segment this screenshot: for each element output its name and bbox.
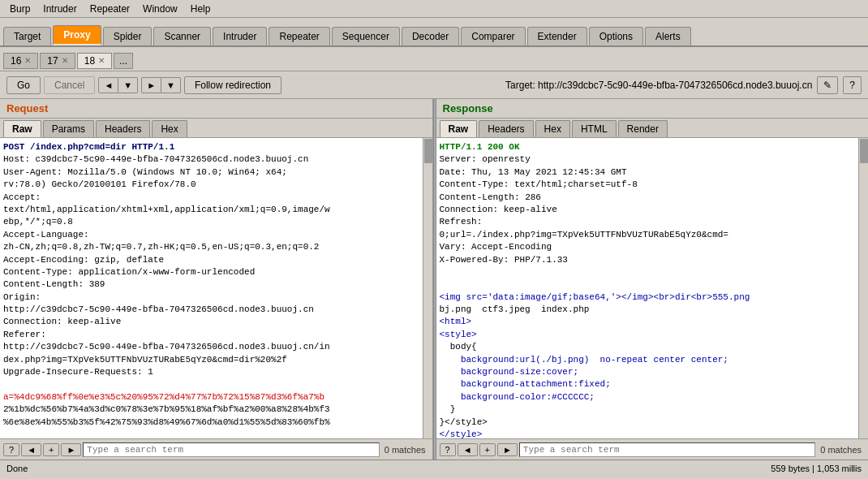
cancel-button[interactable]: Cancel	[44, 76, 95, 94]
tab-spider[interactable]: Spider	[103, 27, 153, 45]
response-tab-raw[interactable]: Raw	[440, 120, 478, 137]
response-tab-render[interactable]: Render	[618, 120, 668, 137]
tab-target[interactable]: Target	[3, 27, 51, 45]
tab-comparer[interactable]: Comparer	[461, 27, 525, 45]
help-button[interactable]: ?	[843, 76, 862, 94]
menu-burp[interactable]: Burp	[3, 2, 37, 16]
response-tabs: Raw Headers Hex HTML Render	[436, 119, 869, 138]
tab-decoder[interactable]: Decoder	[402, 27, 459, 45]
request-search-next[interactable]: ►	[61, 443, 81, 456]
response-search-prev[interactable]: ◄	[458, 443, 478, 456]
request-match-count: 0 matches	[381, 445, 429, 455]
response-content: HTTP/1.1 200 OK Server: openresty Date: …	[436, 138, 869, 438]
tab-alerts[interactable]: Alerts	[645, 27, 691, 45]
request-tab-headers[interactable]: Headers	[96, 120, 150, 137]
response-search-bar: ? ◄ + ► 0 matches	[436, 438, 869, 460]
target-url: Target: http://c39dcbc7-5c90-449e-bfba-7…	[505, 80, 812, 91]
sub-tab-17-close[interactable]: ✕	[62, 56, 68, 65]
request-scrollbar[interactable]	[423, 138, 432, 438]
request-panel: Request Raw Params Headers Hex POST /ind…	[0, 99, 433, 460]
response-text[interactable]: HTTP/1.1 200 OK Server: openresty Date: …	[436, 138, 869, 438]
request-tab-params[interactable]: Params	[43, 120, 94, 137]
response-panel: Response Raw Headers Hex HTML Render HTT…	[436, 99, 869, 460]
tab-sequencer[interactable]: Sequencer	[332, 27, 400, 45]
go-button[interactable]: Go	[6, 76, 41, 94]
content-area: Request Raw Params Headers Hex POST /ind…	[0, 99, 868, 460]
toolbar: Go Cancel ◄ ▼ ► ▼ Follow redirection Tar…	[0, 71, 868, 99]
response-tab-html[interactable]: HTML	[572, 120, 617, 137]
request-text[interactable]: POST /index.php?cmd=dir HTTP/1.1 Host: c…	[0, 138, 432, 438]
request-scroll-thumb	[424, 139, 432, 163]
sub-tab-16-close[interactable]: ✕	[24, 56, 31, 65]
tab-proxy[interactable]: Proxy	[53, 25, 101, 45]
sub-tab-18[interactable]: 18 ✕	[77, 53, 112, 69]
response-scroll-thumb	[860, 139, 868, 163]
tab-extender[interactable]: Extender	[527, 27, 587, 45]
request-tab-raw[interactable]: Raw	[3, 120, 41, 137]
response-search-help[interactable]: ?	[440, 443, 456, 456]
request-search-next-add[interactable]: +	[43, 443, 59, 456]
forward-nav-group: ► ▼	[141, 77, 181, 93]
tab-repeater[interactable]: Repeater	[269, 27, 329, 45]
request-search-input[interactable]	[83, 442, 379, 457]
forward-dropdown[interactable]: ▼	[161, 77, 181, 93]
request-search-prev[interactable]: ◄	[21, 443, 41, 456]
menu-help[interactable]: Help	[184, 2, 217, 16]
target-info: Target: http://c39dcbc7-5c90-449e-bfba-7…	[505, 76, 862, 94]
request-search-bar: ? ◄ + ► 0 matches	[0, 438, 432, 460]
tab-scanner[interactable]: Scanner	[153, 27, 211, 45]
menu-repeater[interactable]: Repeater	[84, 2, 136, 16]
main-tab-bar: Target Proxy Spider Scanner Intruder Rep…	[0, 18, 868, 47]
back-button[interactable]: ◄	[98, 77, 118, 93]
response-search-next[interactable]: ►	[497, 443, 518, 456]
menu-window[interactable]: Window	[136, 2, 184, 16]
response-match-count: 0 matches	[817, 445, 865, 455]
tab-options[interactable]: Options	[589, 27, 643, 45]
back-nav-group: ◄ ▼	[98, 77, 138, 93]
response-tab-hex[interactable]: Hex	[535, 120, 570, 137]
response-scrollbar[interactable]	[858, 138, 868, 438]
request-tabs: Raw Params Headers Hex	[0, 119, 432, 138]
menubar: Burp Intruder Repeater Window Help	[0, 0, 868, 18]
back-dropdown[interactable]: ▼	[118, 77, 138, 93]
response-header: Response	[436, 99, 869, 119]
forward-button[interactable]: ►	[141, 77, 161, 93]
response-tab-headers[interactable]: Headers	[479, 120, 533, 137]
sub-tab-bar: 16 ✕ 17 ✕ 18 ✕ ...	[0, 47, 868, 71]
request-search-help[interactable]: ?	[3, 443, 19, 456]
sub-tab-more[interactable]: ...	[114, 53, 133, 69]
tab-intruder[interactable]: Intruder	[213, 27, 267, 45]
follow-redirect-button[interactable]: Follow redirection	[184, 76, 281, 94]
response-search-input[interactable]	[519, 442, 815, 457]
menu-intruder[interactable]: Intruder	[37, 2, 83, 16]
edit-target-button[interactable]: ✎	[817, 76, 838, 94]
request-header: Request	[0, 99, 432, 119]
statusbar: Done 559 bytes | 1,053 millis	[0, 460, 868, 476]
request-content: POST /index.php?cmd=dir HTTP/1.1 Host: c…	[0, 138, 432, 438]
response-search-next-add[interactable]: +	[479, 443, 496, 456]
sub-tab-16[interactable]: 16 ✕	[3, 53, 38, 69]
status-text: Done	[6, 464, 28, 473]
request-tab-hex[interactable]: Hex	[152, 120, 187, 137]
sub-tab-17[interactable]: 17 ✕	[40, 53, 75, 69]
sub-tab-18-close[interactable]: ✕	[98, 56, 105, 65]
status-bytes: 559 bytes | 1,053 millis	[771, 464, 862, 473]
